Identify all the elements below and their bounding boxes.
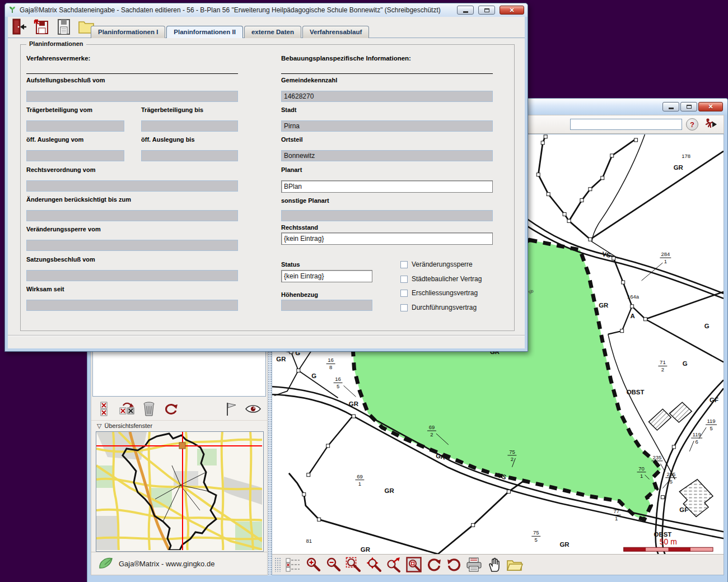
aufstellungsbeschluss-vom-field[interactable] [26, 91, 238, 102]
erschliessungsvertrag-checkbox[interactable] [400, 290, 408, 297]
field-label: Aufstellungsbeschluß vom [26, 77, 105, 83]
stadt-field[interactable]: Pirna [281, 120, 493, 132]
wirksam-seit-field[interactable] [26, 300, 238, 311]
groupbox-title: Planinformationen [26, 40, 86, 47]
layer-manager-icon[interactable] [284, 556, 301, 573]
traegerbeteiligung-bis-field[interactable] [141, 120, 238, 132]
ortsteil-field[interactable]: Bonnewitz [281, 150, 493, 161]
plant-icon [8, 6, 16, 15]
zoom-pan-icon[interactable] [365, 556, 382, 573]
tab-externe-daten[interactable]: externe Daten [244, 26, 301, 38]
exit-run-icon[interactable] [702, 116, 719, 133]
svg-text:16: 16 [328, 357, 334, 363]
svg-text:178: 178 [682, 153, 690, 159]
field-label: Veränderungssperre vom [26, 226, 101, 232]
veraenderungssperre-vom-field[interactable] [26, 240, 238, 251]
zoom-full-extent-icon[interactable] [405, 556, 422, 573]
status-field[interactable]: {kein Eintrag} [281, 270, 372, 282]
pan-hand-icon[interactable] [486, 556, 503, 573]
sachdaten-dialog: Gaja®Matrix Sachdateneingabe - Sachdaten… [4, 3, 528, 352]
overview-header[interactable]: ▽ Übersichtsfenster [91, 421, 267, 432]
help-icon[interactable]: ? [686, 118, 698, 131]
svg-text:5: 5 [535, 537, 538, 543]
zoom-in-icon[interactable] [305, 556, 321, 573]
hoehenbezug-field[interactable] [281, 300, 372, 311]
field-label: Rechtsverordnung vom [26, 166, 95, 173]
checkbox-label: Durchführungsvertrag [412, 304, 477, 311]
rotate-right-icon[interactable] [446, 556, 463, 573]
svg-text:1: 1 [640, 473, 643, 479]
tab-planinformationen-2[interactable]: Planinformationen II [166, 26, 243, 38]
svg-text:OBST: OBST [627, 389, 645, 395]
svg-text:69: 69 [429, 424, 435, 430]
replace-selection-icon[interactable] [119, 401, 136, 417]
gemeindekennzahl-field[interactable]: 14628270 [281, 91, 493, 102]
field-label: öff. Auslegung vom [26, 136, 83, 143]
zoom-window-icon[interactable] [345, 556, 362, 573]
field-label: Gemeindekennzahl [281, 77, 337, 83]
open-folder-icon[interactable] [506, 556, 523, 573]
svg-text:235: 235 [666, 471, 675, 477]
svg-text:8: 8 [329, 364, 332, 370]
oeff-auslegung-bis-field[interactable] [141, 150, 238, 161]
search-input[interactable] [570, 119, 682, 130]
field-label: Änderungen berücksichtigt bis zum [26, 196, 131, 203]
svg-text:1: 1 [615, 515, 618, 522]
tab-planinformationen-1[interactable]: Planinformationen I [91, 26, 165, 38]
satzungsbeschluss-vom-field[interactable] [26, 270, 238, 281]
rechtsstand-field[interactable]: {kein Eintrag} [281, 232, 493, 245]
exit-door-icon[interactable] [10, 18, 28, 36]
zoom-out-icon[interactable] [325, 556, 342, 573]
planart-field[interactable]: BPlan [281, 180, 493, 193]
planinformationen-groupbox: Planinformationen Verfahrensvermerke: Au… [20, 44, 515, 331]
divider [26, 73, 238, 74]
staedtebaulicher-vertrag-checkbox[interactable] [400, 276, 408, 283]
aenderungen-field[interactable] [26, 210, 238, 221]
dialog-maximize-button[interactable] [478, 6, 495, 15]
sidebar-footer: Gaja®Matrix - www.gingko.de [91, 552, 267, 575]
sonstige-planart-field[interactable] [281, 210, 493, 221]
overview-title: Übersichtsfenster [104, 422, 152, 429]
svg-text:2: 2 [430, 431, 433, 437]
oeff-auslegung-vom-field[interactable] [26, 150, 124, 161]
svg-text:GR: GR [276, 356, 286, 362]
undo-icon[interactable] [162, 401, 179, 417]
maximize-button[interactable] [680, 102, 697, 111]
delete-all-icon[interactable] [97, 401, 114, 417]
rotate-left-icon[interactable] [426, 556, 442, 573]
svg-text:5: 5 [670, 478, 673, 485]
trash-icon[interactable] [141, 401, 157, 417]
close-button[interactable]: ✕ [698, 102, 723, 111]
svg-text:GR: GR [559, 541, 570, 548]
durchfuehrungsvertrag-checkbox[interactable] [400, 304, 408, 311]
divider [281, 73, 493, 74]
eye-icon[interactable] [245, 401, 262, 417]
field-label: Stadt [281, 106, 297, 113]
overview-map[interactable] [96, 431, 264, 552]
svg-text:75: 75 [533, 529, 539, 536]
save-exit-icon[interactable] [32, 18, 50, 36]
save-icon[interactable] [55, 18, 73, 36]
traegerbeteiligung-vom-field[interactable] [26, 120, 124, 132]
veraenderungssperre-checkbox[interactable] [400, 261, 408, 268]
svg-text:164a: 164a [627, 294, 640, 300]
dialog-minimize-button[interactable] [457, 6, 474, 15]
field-label: Wirksam seit [26, 286, 64, 292]
rechtsverordnung-vom-field[interactable] [26, 180, 238, 192]
field-label: Ortsteil [281, 136, 303, 143]
tab-bar: Planinformationen I Planinformationen II… [91, 26, 369, 38]
svg-text:GF: GF [679, 506, 688, 513]
svg-text:5: 5 [337, 383, 339, 389]
collapse-triangle-icon: ▽ [97, 422, 101, 430]
svg-text:4: 4 [656, 462, 659, 468]
dialog-close-button[interactable]: ✕ [500, 6, 524, 15]
left-section-header: Verfahrensvermerke: [26, 55, 90, 62]
sidebar-toolbar [91, 398, 267, 421]
tab-verfahrensablauf[interactable]: Verfahrensablauf [302, 26, 369, 38]
minimize-button[interactable] [662, 102, 679, 111]
zoom-scale-icon[interactable] [385, 556, 402, 573]
svg-text:GF: GF [710, 397, 718, 403]
toolbar-grip-icon[interactable] [274, 557, 281, 572]
flag-icon[interactable] [223, 401, 240, 417]
print-icon[interactable] [466, 556, 483, 573]
